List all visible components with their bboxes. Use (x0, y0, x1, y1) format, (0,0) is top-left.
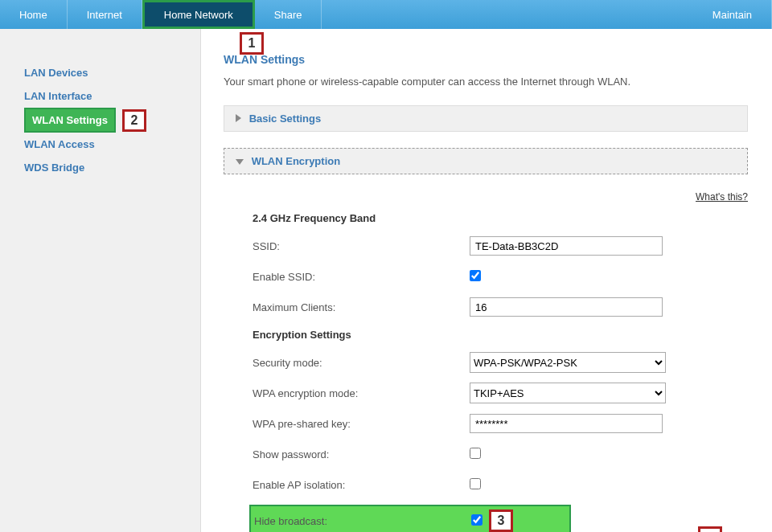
hide-broadcast-checkbox[interactable] (471, 514, 482, 526)
callout-4: 4 (698, 526, 722, 532)
max-clients-label: Maximum Clients: (253, 301, 470, 313)
enable-ssid-checkbox[interactable] (470, 270, 481, 281)
section-wlan-encryption[interactable]: WLAN Encryption (224, 148, 748, 174)
sidebar: LAN Devices LAN Interface WLAN Settings … (0, 29, 201, 532)
psk-label: WPA pre-shared key: (253, 418, 470, 430)
section-basic-label: Basic Settings (249, 113, 322, 125)
hide-broadcast-label: Hide broadcast: (254, 515, 471, 527)
chevron-right-icon (236, 114, 241, 122)
band-title: 2.4 GHz Frequency Band (253, 212, 748, 224)
top-nav: Home Internet Home Network Share Maintai… (0, 0, 772, 29)
page-title: WLAN Settings (224, 53, 748, 66)
sidebar-item-lan-devices[interactable]: LAN Devices (24, 61, 200, 84)
sidebar-item-wds-bridge[interactable]: WDS Bridge (24, 156, 200, 179)
sidebar-item-wlan-settings[interactable]: WLAN Settings (24, 108, 116, 133)
nav-share[interactable]: Share (255, 0, 322, 29)
encryption-title: Encryption Settings (253, 329, 748, 341)
nav-internet[interactable]: Internet (68, 0, 142, 29)
chevron-down-icon (236, 159, 244, 165)
sidebar-item-lan-interface[interactable]: LAN Interface (24, 84, 200, 108)
content: WLAN Settings Your smart phone or wirele… (201, 29, 772, 532)
section-encryption-label: WLAN Encryption (252, 155, 341, 167)
callout-2: 2 (122, 109, 146, 132)
section-basic-settings[interactable]: Basic Settings (224, 105, 748, 132)
ap-isolation-checkbox[interactable] (470, 478, 481, 489)
max-clients-input[interactable] (470, 297, 663, 317)
nav-maintain[interactable]: Maintain (693, 0, 772, 29)
psk-input[interactable] (470, 414, 663, 433)
form-area: 2.4 GHz Frequency Band SSID: Enable SSID… (224, 212, 748, 532)
show-password-checkbox[interactable] (470, 448, 481, 459)
show-password-label: Show password: (253, 448, 470, 460)
ssid-input[interactable] (470, 236, 663, 256)
ssid-label: SSID: (253, 240, 470, 252)
page-desc: Your smart phone or wireless-capable com… (224, 76, 748, 88)
wpa-mode-select[interactable]: TKIP+AES (470, 383, 666, 403)
callout-3: 3 (489, 509, 513, 532)
nav-home-network[interactable]: Home Network (142, 0, 255, 29)
nav-spacer (322, 0, 692, 29)
wpa-mode-label: WPA encryption mode: (253, 387, 470, 399)
security-mode-label: Security mode: (253, 357, 470, 369)
sidebar-item-wlan-access[interactable]: WLAN Access (24, 133, 200, 156)
ap-isolation-label: Enable AP isolation: (253, 479, 470, 491)
enable-ssid-label: Enable SSID: (253, 271, 470, 283)
whats-this-link[interactable]: What's this? (696, 191, 748, 203)
whats-this-row: What's this? (224, 190, 748, 203)
security-mode-select[interactable]: WPA-PSK/WPA2-PSK (470, 352, 666, 373)
nav-home[interactable]: Home (0, 0, 68, 29)
